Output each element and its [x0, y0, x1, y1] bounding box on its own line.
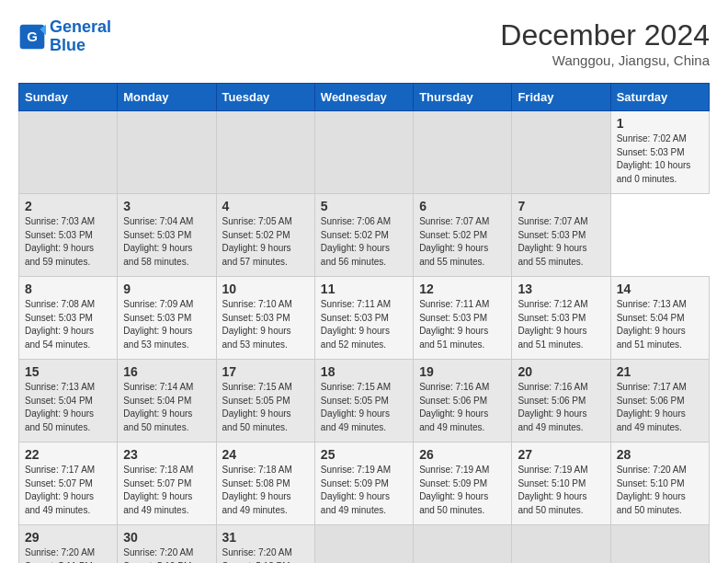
day-detail: Sunrise: 7:20 AM Sunset: 5:12 PM Dayligh…: [123, 546, 210, 563]
logo-icon: G: [18, 23, 46, 51]
day-number: 10: [222, 282, 309, 296]
day-detail: Sunrise: 7:08 AM Sunset: 5:03 PM Dayligh…: [25, 298, 111, 351]
day-detail: Sunrise: 7:11 AM Sunset: 5:03 PM Dayligh…: [419, 298, 506, 351]
calendar-cell: 14 Sunrise: 7:13 AM Sunset: 5:04 PM Dayl…: [610, 277, 709, 360]
day-detail: Sunrise: 7:16 AM Sunset: 5:06 PM Dayligh…: [419, 381, 506, 434]
day-detail: Sunrise: 7:02 AM Sunset: 5:03 PM Dayligh…: [617, 132, 703, 186]
calendar-cell: 17 Sunrise: 7:15 AM Sunset: 5:05 PM Dayl…: [216, 360, 314, 442]
calendar-cell: 18 Sunrise: 7:15 AM Sunset: 5:05 PM Dayl…: [314, 360, 413, 442]
calendar-cell: 31 Sunrise: 7:20 AM Sunset: 5:13 PM Dayl…: [216, 525, 314, 564]
calendar-cell: 23 Sunrise: 7:18 AM Sunset: 5:07 PM Dayl…: [118, 442, 216, 525]
calendar-cell: 25 Sunrise: 7:19 AM Sunset: 5:09 PM Dayl…: [314, 442, 413, 525]
day-number: 11: [321, 282, 407, 296]
calendar-cell: 2 Sunrise: 7:03 AM Sunset: 5:03 PM Dayli…: [19, 194, 118, 277]
day-detail: Sunrise: 7:05 AM Sunset: 5:02 PM Dayligh…: [222, 215, 309, 269]
header-day: Friday: [512, 84, 610, 111]
day-detail: Sunrise: 7:20 AM Sunset: 5:13 PM Dayligh…: [222, 546, 309, 563]
day-detail: Sunrise: 7:18 AM Sunset: 5:08 PM Dayligh…: [222, 464, 309, 517]
logo-text: General Blue: [50, 18, 111, 55]
calendar-cell: 16 Sunrise: 7:14 AM Sunset: 5:04 PM Dayl…: [118, 360, 216, 442]
calendar-cell: [414, 111, 512, 194]
day-number: 12: [419, 282, 506, 296]
day-detail: Sunrise: 7:07 AM Sunset: 5:03 PM Dayligh…: [518, 215, 604, 269]
calendar-cell: 6 Sunrise: 7:07 AM Sunset: 5:02 PM Dayli…: [414, 194, 512, 277]
day-number: 23: [123, 447, 210, 462]
header-day: Monday: [118, 84, 216, 111]
day-number: 14: [617, 282, 703, 296]
day-number: 15: [25, 364, 111, 379]
day-detail: Sunrise: 7:17 AM Sunset: 5:06 PM Dayligh…: [617, 381, 703, 434]
logo: G General Blue: [18, 18, 111, 55]
day-number: 22: [25, 447, 111, 462]
day-detail: Sunrise: 7:20 AM Sunset: 5:10 PM Dayligh…: [617, 464, 703, 517]
day-number: 4: [222, 199, 309, 213]
day-number: 2: [25, 199, 111, 213]
calendar-week: 1 Sunrise: 7:02 AM Sunset: 5:03 PM Dayli…: [19, 111, 710, 194]
day-detail: Sunrise: 7:07 AM Sunset: 5:02 PM Dayligh…: [419, 215, 506, 269]
header-day: Sunday: [19, 84, 118, 111]
calendar-week: 29 Sunrise: 7:20 AM Sunset: 5:11 PM Dayl…: [19, 525, 710, 564]
day-detail: Sunrise: 7:19 AM Sunset: 5:09 PM Dayligh…: [321, 464, 407, 517]
calendar-header: SundayMondayTuesdayWednesdayThursdayFrid…: [19, 84, 710, 111]
calendar-cell: 10 Sunrise: 7:10 AM Sunset: 5:03 PM Dayl…: [216, 277, 314, 360]
day-detail: Sunrise: 7:13 AM Sunset: 5:04 PM Dayligh…: [25, 381, 111, 434]
day-detail: Sunrise: 7:11 AM Sunset: 5:03 PM Dayligh…: [321, 298, 407, 351]
calendar-week: 22 Sunrise: 7:17 AM Sunset: 5:07 PM Dayl…: [19, 442, 710, 525]
day-detail: Sunrise: 7:15 AM Sunset: 5:05 PM Dayligh…: [321, 381, 407, 434]
calendar-cell: [314, 111, 413, 194]
calendar-cell: 1 Sunrise: 7:02 AM Sunset: 5:03 PM Dayli…: [610, 111, 709, 194]
location: Wanggou, Jiangsu, China: [500, 52, 710, 68]
day-detail: Sunrise: 7:04 AM Sunset: 5:03 PM Dayligh…: [123, 215, 210, 269]
calendar-cell: [512, 525, 610, 564]
day-detail: Sunrise: 7:13 AM Sunset: 5:04 PM Dayligh…: [617, 298, 703, 351]
calendar-cell: [512, 111, 610, 194]
calendar-cell: 27 Sunrise: 7:19 AM Sunset: 5:10 PM Dayl…: [512, 442, 610, 525]
day-detail: Sunrise: 7:19 AM Sunset: 5:10 PM Dayligh…: [518, 464, 604, 517]
day-detail: Sunrise: 7:17 AM Sunset: 5:07 PM Dayligh…: [25, 464, 111, 517]
svg-text:G: G: [27, 29, 38, 44]
calendar-cell: 8 Sunrise: 7:08 AM Sunset: 5:03 PM Dayli…: [19, 277, 118, 360]
calendar-cell: 29 Sunrise: 7:20 AM Sunset: 5:11 PM Dayl…: [19, 525, 118, 564]
day-detail: Sunrise: 7:14 AM Sunset: 5:04 PM Dayligh…: [123, 381, 210, 434]
day-detail: Sunrise: 7:18 AM Sunset: 5:07 PM Dayligh…: [123, 464, 210, 517]
day-number: 7: [518, 199, 604, 213]
calendar-cell: 13 Sunrise: 7:12 AM Sunset: 5:03 PM Dayl…: [512, 277, 610, 360]
calendar-week: 15 Sunrise: 7:13 AM Sunset: 5:04 PM Dayl…: [19, 360, 710, 442]
calendar-cell: 20 Sunrise: 7:16 AM Sunset: 5:06 PM Dayl…: [512, 360, 610, 442]
calendar-cell: 15 Sunrise: 7:13 AM Sunset: 5:04 PM Dayl…: [19, 360, 118, 442]
header-day: Saturday: [610, 84, 709, 111]
day-number: 26: [419, 447, 506, 462]
day-number: 31: [222, 530, 309, 545]
month-title: December 2024: [500, 18, 710, 52]
day-number: 30: [123, 530, 210, 545]
day-number: 13: [518, 282, 604, 296]
calendar-cell: 22 Sunrise: 7:17 AM Sunset: 5:07 PM Dayl…: [19, 442, 118, 525]
day-number: 21: [617, 364, 703, 379]
header-day: Wednesday: [314, 84, 413, 111]
calendar-cell: 24 Sunrise: 7:18 AM Sunset: 5:08 PM Dayl…: [216, 442, 314, 525]
day-number: 25: [321, 447, 407, 462]
calendar-cell: 12 Sunrise: 7:11 AM Sunset: 5:03 PM Dayl…: [414, 277, 512, 360]
day-number: 9: [123, 282, 210, 296]
day-number: 8: [25, 282, 111, 296]
day-detail: Sunrise: 7:20 AM Sunset: 5:11 PM Dayligh…: [25, 546, 111, 563]
calendar-cell: 4 Sunrise: 7:05 AM Sunset: 5:02 PM Dayli…: [216, 194, 314, 277]
calendar-cell: 11 Sunrise: 7:11 AM Sunset: 5:03 PM Dayl…: [314, 277, 413, 360]
header-day: Thursday: [414, 84, 512, 111]
calendar-week: 8 Sunrise: 7:08 AM Sunset: 5:03 PM Dayli…: [19, 277, 710, 360]
calendar-cell: 30 Sunrise: 7:20 AM Sunset: 5:12 PM Dayl…: [118, 525, 216, 564]
day-number: 29: [25, 530, 111, 545]
calendar-cell: 5 Sunrise: 7:06 AM Sunset: 5:02 PM Dayli…: [314, 194, 413, 277]
calendar-cell: 3 Sunrise: 7:04 AM Sunset: 5:03 PM Dayli…: [118, 194, 216, 277]
calendar-cell: [216, 111, 314, 194]
day-number: 20: [518, 364, 604, 379]
calendar-cell: [19, 111, 118, 194]
calendar-cell: [118, 111, 216, 194]
calendar-cell: 7 Sunrise: 7:07 AM Sunset: 5:03 PM Dayli…: [512, 194, 610, 277]
page-header: G General Blue December 2024 Wanggou, Ji…: [18, 18, 710, 68]
calendar-body: 1 Sunrise: 7:02 AM Sunset: 5:03 PM Dayli…: [19, 111, 710, 564]
calendar-table: SundayMondayTuesdayWednesdayThursdayFrid…: [18, 83, 710, 563]
title-block: December 2024 Wanggou, Jiangsu, China: [500, 18, 710, 68]
calendar-cell: 19 Sunrise: 7:16 AM Sunset: 5:06 PM Dayl…: [414, 360, 512, 442]
calendar-cell: [314, 525, 413, 564]
